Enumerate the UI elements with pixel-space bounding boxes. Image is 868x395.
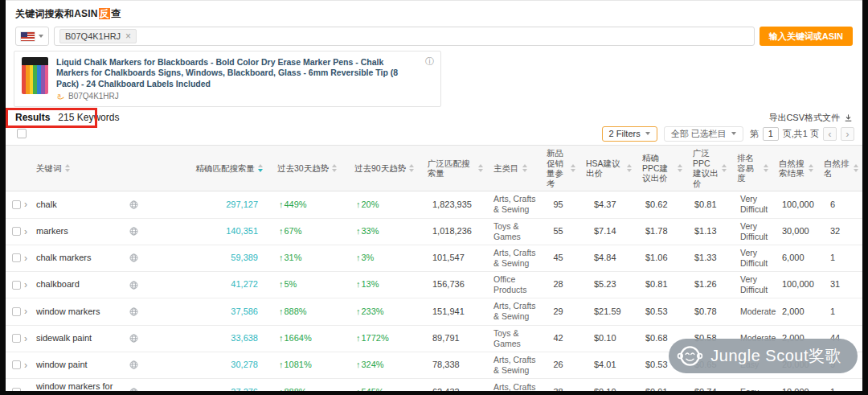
- keyword-text[interactable]: window markers: [36, 307, 100, 318]
- keyword-text[interactable]: window markers for glass: [36, 381, 129, 391]
- broad-search-volume: 1,018,236: [421, 224, 487, 240]
- row-checkbox[interactable]: [12, 281, 21, 290]
- category: Office Products: [487, 272, 540, 298]
- sort-icon[interactable]: [409, 164, 414, 172]
- keyword-text[interactable]: chalkboard: [36, 279, 80, 290]
- rank-ease: Very Difficult: [731, 245, 772, 271]
- trend-up-icon: ↑: [356, 253, 361, 262]
- row-checkbox[interactable]: [12, 253, 21, 262]
- marketplace-selector[interactable]: [15, 27, 49, 46]
- columns-dropdown[interactable]: 全部 已选栏目: [664, 126, 743, 142]
- globe-icon[interactable]: [129, 253, 138, 262]
- table-row: ›chalk markers59,389↑31%↑3%101,547Arts, …: [6, 245, 862, 272]
- column-header[interactable]: HSA建议出价: [579, 156, 636, 181]
- row-select-cell: ›: [6, 280, 30, 290]
- row-checkbox[interactable]: [12, 227, 21, 236]
- column-header[interactable]: 关键词: [30, 161, 146, 176]
- column-header[interactable]: 过去30天趋势: [271, 161, 348, 176]
- sort-icon[interactable]: [332, 164, 337, 172]
- globe-icon[interactable]: [129, 307, 138, 316]
- row-expand-icon[interactable]: ›: [24, 253, 27, 263]
- column-header[interactable]: 新品促销量参考: [540, 146, 579, 191]
- header-select-cell: [6, 166, 30, 171]
- filters-button[interactable]: 2 Filters: [602, 126, 657, 142]
- export-csv-button[interactable]: 导出CSV格式文件: [768, 112, 853, 124]
- trend-90d: ↑13%: [348, 277, 421, 293]
- remove-tag-icon[interactable]: ×: [125, 31, 131, 41]
- sort-icon[interactable]: [65, 164, 70, 172]
- column-header-label: 过去30天趋势: [277, 163, 329, 174]
- asin-tag: B07Q4K1HRJ ×: [59, 29, 137, 43]
- page-number-input[interactable]: 1: [763, 127, 779, 141]
- keyword-text[interactable]: chalk markers: [36, 253, 91, 264]
- search-input[interactable]: B07Q4K1HRJ ×: [54, 27, 755, 46]
- column-header[interactable]: 排名容易度: [731, 150, 772, 186]
- hsa-bid: $0.10: [579, 385, 636, 391]
- globe-icon[interactable]: [129, 200, 138, 209]
- column-header-label: 新品促销量参考: [547, 148, 567, 188]
- globe-icon[interactable]: [129, 281, 138, 290]
- keyword-cell: chalk markers: [30, 250, 146, 266]
- column-header[interactable]: 自然搜索结果: [772, 156, 817, 181]
- globe-icon[interactable]: [129, 388, 138, 391]
- column-header[interactable]: 自然排名: [817, 156, 862, 181]
- row-checkbox[interactable]: [12, 200, 21, 209]
- sort-icon[interactable]: [722, 164, 727, 172]
- submit-button[interactable]: 输入关键词或ASIN: [760, 27, 853, 46]
- prev-page-button[interactable]: ‹: [823, 127, 837, 141]
- column-header[interactable]: 广泛PPC建议出价: [686, 146, 731, 191]
- keyword-text[interactable]: sidewalk paint: [36, 333, 92, 344]
- sort-icon[interactable]: [571, 164, 575, 172]
- column-header[interactable]: 精确匹配搜索量: [146, 161, 271, 176]
- category: Toys & Games: [487, 326, 540, 352]
- organic-results: 100,000: [772, 277, 817, 293]
- organic-rank: 1: [817, 304, 862, 320]
- exact-ppc-bid: $1.78: [636, 224, 686, 240]
- row-expand-icon[interactable]: ›: [24, 360, 27, 370]
- row-expand-icon[interactable]: ›: [24, 280, 27, 290]
- row-checkbox[interactable]: [12, 388, 21, 391]
- select-all-checkbox[interactable]: [17, 129, 27, 138]
- sort-icon[interactable]: [854, 164, 858, 172]
- row-select-cell: ›: [6, 360, 30, 370]
- next-page-button[interactable]: ›: [841, 127, 854, 141]
- column-header-label: HSA建议出价: [586, 158, 624, 179]
- row-expand-icon[interactable]: ›: [24, 227, 27, 237]
- globe-icon[interactable]: [129, 334, 138, 343]
- keyword-text[interactable]: markers: [36, 226, 68, 237]
- row-expand-icon[interactable]: ›: [24, 388, 27, 391]
- keyword-cell: sidewalk paint: [30, 331, 146, 347]
- keyword-text[interactable]: window paint: [36, 360, 88, 371]
- row-expand-icon[interactable]: ›: [24, 334, 27, 344]
- sort-icon[interactable]: [522, 164, 527, 172]
- row-expand-icon[interactable]: ›: [24, 200, 27, 209]
- sort-icon[interactable]: [678, 164, 682, 172]
- results-row: Results 215 Keywords 导出CSV格式文件: [6, 107, 862, 125]
- trend-90d: ↑33%: [348, 224, 421, 240]
- globe-icon[interactable]: [129, 360, 138, 369]
- row-expand-icon[interactable]: ›: [24, 307, 27, 316]
- hsa-bid: $0.10: [579, 331, 636, 347]
- sort-icon[interactable]: [258, 164, 263, 172]
- row-checkbox[interactable]: [12, 307, 21, 316]
- keyword-text[interactable]: chalk: [36, 200, 57, 211]
- broad-search-volume: 78,338: [421, 357, 487, 373]
- column-header[interactable]: 精确PPC建议出价: [636, 150, 686, 186]
- row-checkbox[interactable]: [12, 360, 21, 369]
- column-header[interactable]: 主类目: [487, 161, 540, 176]
- column-header[interactable]: 广泛匹配搜索量: [421, 156, 487, 181]
- info-icon[interactable]: ⓘ: [425, 56, 434, 68]
- sort-icon[interactable]: [809, 164, 813, 172]
- sort-icon[interactable]: [478, 164, 483, 172]
- broad-search-volume: 89,791: [421, 331, 487, 347]
- sort-icon[interactable]: [764, 164, 768, 172]
- column-header[interactable]: 过去90天趋势: [348, 161, 421, 176]
- organic-rank: 1: [817, 385, 862, 391]
- trend-up-icon: ↑: [279, 307, 284, 316]
- row-checkbox[interactable]: [12, 334, 21, 343]
- globe-icon[interactable]: [129, 227, 138, 236]
- product-title[interactable]: Liquid Chalk Markers for Blackboards - B…: [56, 57, 418, 89]
- sort-icon[interactable]: [627, 164, 632, 172]
- page-suffix: 页,共1 页: [783, 128, 819, 140]
- row-select-cell: ›: [6, 253, 30, 263]
